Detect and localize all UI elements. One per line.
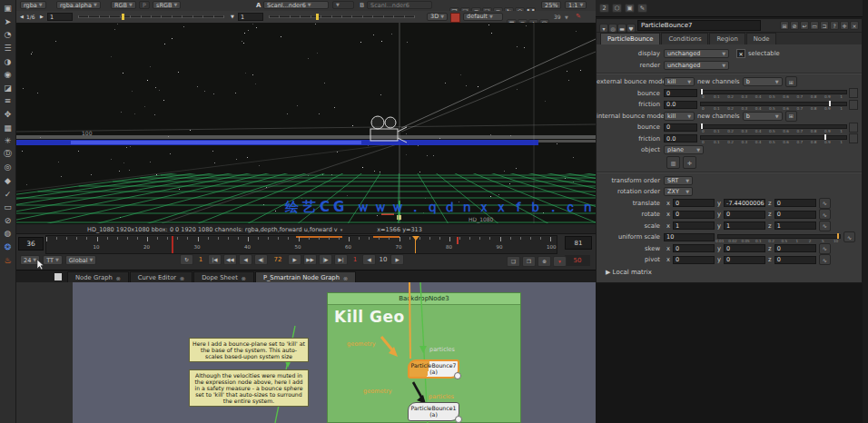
pixel-ratio-chip[interactable]: 1:1▼ <box>565 1 587 9</box>
add-channel-button[interactable]: ⊞ <box>785 111 797 122</box>
friction-field[interactable]: 0.0 <box>664 101 697 109</box>
merge-icon[interactable]: ≡ <box>1 94 15 108</box>
add-channel-button[interactable]: ⊞ <box>785 76 797 87</box>
chevron-down-icon[interactable]: ▼ <box>565 15 568 20</box>
play-forward-button[interactable]: ▶ <box>288 254 301 265</box>
keyer-icon[interactable]: ◪ <box>1 82 15 95</box>
close-icon[interactable]: × <box>850 21 859 30</box>
goto-end-button[interactable]: ▶| <box>334 254 348 265</box>
viewer-canvas[interactable]: 100 HD_1080 绘艺CG ｗｗｗ．ｑｄｎｘｘｆｂ．ｃｎ <box>16 23 596 223</box>
sticky-note-1[interactable]: Here I add a bounce-plane set to 'kill' … <box>189 338 309 362</box>
timeline-ruler[interactable]: 102030405060708090100 <box>45 235 557 254</box>
input-b-dropdown[interactable]: Scanl...nder6 <box>367 1 432 9</box>
drawer-icon[interactable]: ▬ <box>617 24 626 33</box>
minimize-icon[interactable]: ▭ <box>810 21 819 30</box>
frame-step-value[interactable]: 10 <box>378 256 389 263</box>
file-button[interactable]: ▥ <box>666 156 680 169</box>
props-tab-conditions[interactable]: Conditions <box>661 33 708 44</box>
undo-icon[interactable]: ↩ <box>800 21 809 30</box>
range-in-value[interactable]: 1 <box>195 256 206 263</box>
premult-toggle[interactable]: P <box>139 1 150 9</box>
zoom-level-chip[interactable]: 25% <box>541 1 561 9</box>
props-tab-particlebounce[interactable]: ParticleBounce <box>600 33 660 44</box>
range-out-flag[interactable]: 1 <box>350 256 360 263</box>
slider-end-button[interactable] <box>849 100 858 110</box>
metadata-icon[interactable]: ◆ <box>1 174 15 188</box>
tt-dropdown[interactable]: TT▼ <box>43 255 63 265</box>
time-icon[interactable]: ◔ <box>1 28 15 42</box>
scale-z-field[interactable]: 1 <box>774 221 816 230</box>
pivot-y-field[interactable]: 0 <box>724 256 765 264</box>
gamma-slider[interactable] <box>269 13 414 21</box>
ocio-icon[interactable]: ⊘ <box>1 214 15 228</box>
pivot-z-field[interactable]: 0 <box>774 256 816 264</box>
toolsets-icon[interactable]: ✓ <box>1 187 15 201</box>
other-icon[interactable]: ▭ <box>1 201 15 214</box>
chevron-down-icon[interactable]: ▾ <box>340 227 343 232</box>
stack-count-badge[interactable]: 2 <box>599 4 609 13</box>
views-icon[interactable]: ◎ <box>1 161 15 174</box>
annotate-pencil-icon[interactable]: ✎ <box>576 13 581 20</box>
bounce-field[interactable]: 0 <box>664 89 697 97</box>
gizmo-icon[interactable]: ◍ <box>1 227 15 241</box>
particles-icon[interactable]: ✳ <box>1 134 15 148</box>
animation-curve-button[interactable]: ∿ <box>819 221 831 231</box>
channel-icon[interactable]: ☰ <box>1 42 15 55</box>
rotate-z-field[interactable]: 0 <box>774 211 816 219</box>
float-panel-icon[interactable]: ⊞ <box>780 21 789 30</box>
scale-x-field[interactable]: 1 <box>673 221 715 230</box>
tab-close-icon[interactable]: ⊗ <box>116 275 121 281</box>
colorspace-dropdown[interactable]: sRGB▼ <box>153 1 181 9</box>
display-mode-dropdown[interactable]: RGB▼ <box>111 1 136 9</box>
external-channel-dropdown[interactable]: b▼ <box>743 77 783 86</box>
node-particlebounce7[interactable]: ParticleBounce7 (a) <box>408 359 459 379</box>
translate-z-field[interactable]: 0 <box>774 199 816 207</box>
gain-prev-button[interactable]: ◀ <box>20 14 24 19</box>
animation-curve-button[interactable]: ∿ <box>819 209 831 220</box>
gain-slider[interactable] <box>78 13 223 21</box>
translate-x-field[interactable]: 0 <box>673 199 715 207</box>
panel-menu-icon[interactable]: ▾ <box>599 24 608 33</box>
lock-range-button[interactable]: ⊛ <box>538 256 551 267</box>
layer-dropdown[interactable]: rgba▼ <box>20 1 46 9</box>
tab-close-icon[interactable]: ⊗ <box>180 275 184 281</box>
current-frame-field[interactable]: 36 <box>18 237 44 251</box>
gain-next-button[interactable]: ▶ <box>40 14 44 19</box>
rotate-y-field[interactable]: 0 <box>724 211 765 219</box>
slider-end-button[interactable] <box>849 123 858 133</box>
color-icon[interactable]: ◑ <box>1 54 15 68</box>
animation-curve-button[interactable]: ∿ <box>819 254 831 265</box>
rotation-order-dropdown[interactable]: ZXY▼ <box>664 187 693 196</box>
gamma-field[interactable]: 1 <box>238 13 263 21</box>
node-icon[interactable]: ⬡ <box>612 4 622 13</box>
skew-y-field[interactable]: 0 <box>724 244 765 252</box>
sticky-note-2[interactable]: Although the velocities were muted in th… <box>189 369 309 407</box>
no-clone-icon[interactable]: ⊘ <box>790 21 799 30</box>
display-dropdown[interactable]: unchanged▼ <box>664 49 729 58</box>
gain-field[interactable]: 1 <box>47 13 73 21</box>
image-icon[interactable]: ▣ <box>1 2 15 15</box>
alpha-dropdown[interactable]: rgba.alpha▼ <box>56 1 101 9</box>
bounce-slider[interactable]: 00.10.20.30.40.50.60.70.80.91 <box>700 88 847 98</box>
range-scope-dropdown[interactable]: Global▼ <box>65 255 97 265</box>
scale-y-field[interactable]: 1 <box>724 221 765 230</box>
plugin-icon[interactable]: ❂ <box>1 241 15 254</box>
transform-icon[interactable]: ✥ <box>1 108 15 122</box>
slider-end-button[interactable] <box>849 88 858 98</box>
eye-icon[interactable]: ◎ <box>608 24 617 33</box>
bounce-field[interactable]: 0 <box>664 123 697 132</box>
internal-bounce-mode-dropdown[interactable]: kill▼ <box>664 112 695 121</box>
input-a-dropdown[interactable]: Scanl...nder6▼ <box>263 1 329 9</box>
selectable-checkbox[interactable]: ✕ <box>736 49 745 58</box>
node-particlebounce1[interactable]: ParticleBounce1 (a) <box>408 402 459 421</box>
view-3d-dropdown[interactable]: 3D▼ <box>427 13 448 21</box>
stereo-right-button[interactable]: ❒ <box>522 256 536 267</box>
animation-curve-button[interactable]: ∿ <box>819 198 831 209</box>
node-graph-canvas[interactable]: BackdropNode3 Kill Geo geometry particle… <box>73 282 596 423</box>
friction-slider[interactable]: 00.10.20.30.40.50.60.70.80.91 <box>700 133 847 143</box>
props-tab-region[interactable]: Region <box>709 33 745 44</box>
next-keyframe-button[interactable]: |▶ <box>319 254 332 265</box>
range-out-marker[interactable] <box>412 236 419 253</box>
fast-forward-button[interactable]: ▶▶ <box>303 254 317 265</box>
friction-slider[interactable]: 00.10.20.30.40.50.60.70.80.91 <box>700 100 847 110</box>
